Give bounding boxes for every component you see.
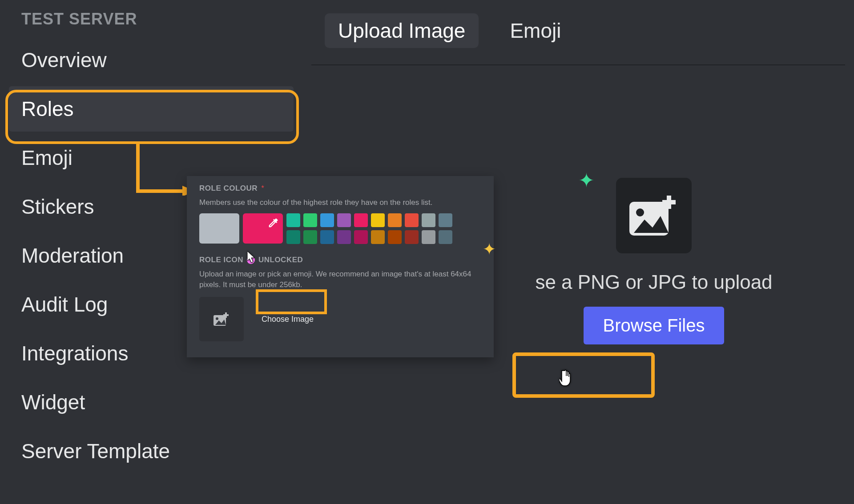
tabs-divider <box>311 64 845 65</box>
colour-swatch[interactable] <box>439 213 452 227</box>
highlight-browse-files <box>512 352 655 398</box>
colour-swatch[interactable] <box>354 213 368 227</box>
colour-swatch[interactable] <box>320 213 334 227</box>
upload-hint-text: se a PNG or JPG to upload <box>498 271 810 293</box>
sidebar-item-server-template[interactable]: Server Template <box>9 428 294 474</box>
colour-swatch[interactable] <box>337 230 351 244</box>
sparkle-icon: ✦ <box>578 169 595 192</box>
colour-swatch[interactable] <box>405 230 419 244</box>
unlocked-label: UNLOCKED <box>258 256 303 264</box>
colour-swatch[interactable] <box>422 230 435 244</box>
colour-swatch[interactable] <box>405 213 419 227</box>
colour-swatch[interactable] <box>354 230 368 244</box>
colour-swatch[interactable] <box>320 230 334 244</box>
svg-rect-8 <box>662 200 676 204</box>
colour-swatch[interactable] <box>388 213 402 227</box>
image-add-icon <box>214 312 230 326</box>
custom-colour-swatch[interactable] <box>243 213 283 244</box>
role-icon-image-slot[interactable] <box>199 297 244 341</box>
image-add-large-icon <box>629 196 678 236</box>
colour-swatch[interactable] <box>286 230 300 244</box>
required-asterisk: * <box>262 184 264 192</box>
eyedropper-icon <box>267 217 279 229</box>
colour-swatch-grid <box>286 213 452 244</box>
role-icon-desc: Upload an image or pick an emoji. We rec… <box>199 269 484 290</box>
role-colour-desc: Members use the colour of the highest ro… <box>199 197 484 208</box>
cursor-hand-icon <box>560 368 574 386</box>
upload-image-zone: ✦ ✦ se a PNG or JPG to upload Browse Fil… <box>498 178 810 344</box>
svg-rect-4 <box>223 314 229 316</box>
choose-image-button[interactable]: Choose Image <box>254 310 321 328</box>
sidebar-item-roles[interactable]: Roles <box>9 86 294 132</box>
browse-files-button[interactable]: Browse Files <box>584 307 725 344</box>
tab-emoji[interactable]: Emoji <box>496 13 574 48</box>
colour-swatch[interactable] <box>422 213 435 227</box>
sparkle-icon: ✦ <box>483 240 496 259</box>
svg-point-2 <box>216 317 218 320</box>
role-settings-popup: ROLE COLOUR * Members use the colour of … <box>187 176 494 357</box>
role-icon-tabs: Upload Image Emoji <box>325 13 574 48</box>
sidebar-item-emoji[interactable]: Emoji <box>9 135 294 180</box>
sidebar-item-widget[interactable]: Widget <box>9 380 294 425</box>
server-name-header: TEST SERVER <box>9 4 294 34</box>
default-colour-swatch[interactable] <box>199 213 239 244</box>
tab-upload-image[interactable]: Upload Image <box>325 13 479 48</box>
colour-swatch[interactable] <box>371 230 385 244</box>
svg-point-6 <box>636 208 644 216</box>
boost-level-badge-icon: ✦ <box>247 256 255 264</box>
colour-swatch[interactable] <box>337 213 351 227</box>
colour-swatch[interactable] <box>286 213 300 227</box>
colour-swatch[interactable] <box>388 230 402 244</box>
sidebar-item-overview[interactable]: Overview <box>9 37 294 83</box>
role-icon-title: ROLE ICON <box>199 256 243 264</box>
colour-swatch[interactable] <box>303 230 317 244</box>
upload-icon-box[interactable] <box>616 178 692 253</box>
colour-swatch[interactable] <box>439 230 452 244</box>
role-colour-title: ROLE COLOUR <box>199 184 258 192</box>
colour-swatch[interactable] <box>371 213 385 227</box>
colour-swatch[interactable] <box>303 213 317 227</box>
